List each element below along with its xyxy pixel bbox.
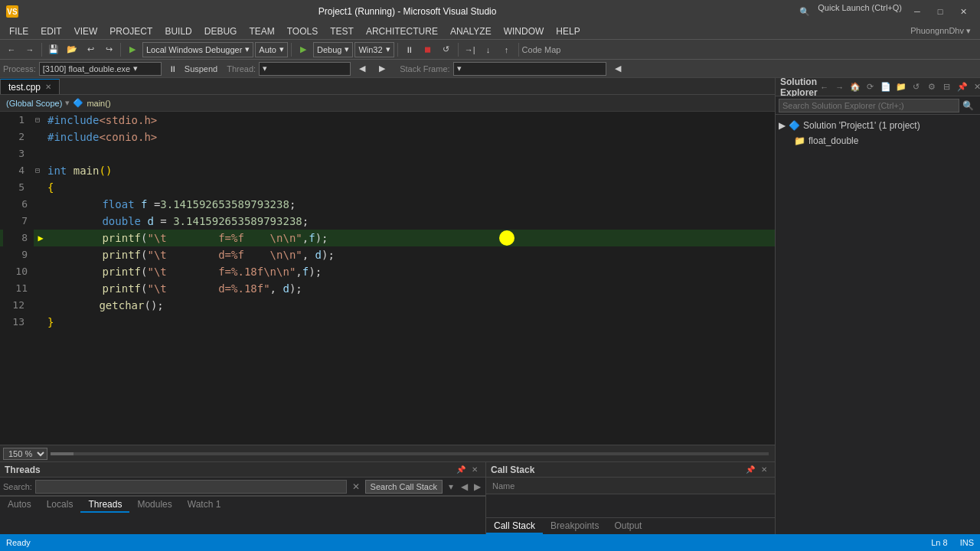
- se-project-node[interactable]: 📁 float_double: [776, 133, 980, 148]
- sep1: [41, 43, 42, 57]
- stop-btn[interactable]: ◼: [420, 41, 436, 58]
- search-label: Search:: [3, 482, 32, 491]
- minimize-button[interactable]: ─: [906, 3, 928, 20]
- process-dropdown[interactable]: [3100] float_double.exe▾: [39, 62, 162, 76]
- menu-project[interactable]: PROJECT: [103, 23, 158, 40]
- thread-btn1[interactable]: ◀: [354, 60, 371, 77]
- tab-watch1[interactable]: Watch 1: [180, 497, 229, 513]
- play-btn[interactable]: ▶: [295, 41, 312, 58]
- menu-view[interactable]: VIEW: [68, 23, 104, 40]
- menu-file[interactable]: FILE: [3, 23, 34, 40]
- tab-callstack[interactable]: Call Stack: [486, 519, 543, 534]
- se-search-input[interactable]: [779, 99, 959, 112]
- restart-btn[interactable]: ↺: [438, 41, 455, 58]
- stack-frame-dropdown[interactable]: ▾: [453, 62, 606, 76]
- menu-tools[interactable]: TOOLS: [281, 23, 324, 40]
- scroll-thumb: [51, 452, 74, 455]
- zoom-bar: 150 % 100 % 200 %: [0, 445, 775, 461]
- tab-locals[interactable]: Locals: [39, 497, 81, 513]
- platform-dropdown[interactable]: Win32▾: [354, 42, 394, 57]
- thread-btn2[interactable]: ▶: [374, 60, 390, 77]
- se-newfolder-btn[interactable]: 📁: [894, 80, 908, 94]
- breadcrumb-function[interactable]: main(): [87, 99, 110, 108]
- se-back-btn[interactable]: ←: [818, 80, 831, 94]
- debugger-dropdown[interactable]: Local Windows Debugger▾: [142, 42, 253, 57]
- panel-controls: 📌 ✕: [455, 464, 481, 476]
- forward-btn[interactable]: →: [21, 41, 38, 58]
- cs-controls: 📌 ✕: [744, 464, 770, 476]
- se-newfile-btn[interactable]: 📄: [879, 80, 893, 94]
- se-home-btn[interactable]: 🏠: [848, 80, 862, 94]
- clear-search-btn[interactable]: ✕: [350, 481, 362, 493]
- tab-output[interactable]: Output: [606, 519, 649, 534]
- se-collapse-btn[interactable]: ⊟: [940, 80, 954, 94]
- code-map-label[interactable]: Code Map: [522, 45, 561, 54]
- se-filter-btn[interactable]: ⚙: [925, 80, 939, 94]
- menu-analyze[interactable]: ANALYZE: [444, 23, 498, 40]
- step-over[interactable]: →|: [462, 41, 479, 58]
- search-call-stack-btn[interactable]: Search Call Stack: [365, 480, 443, 494]
- filter-btn3[interactable]: ▶: [472, 481, 482, 492]
- process-label: Process:: [3, 64, 36, 73]
- breadcrumb-scope[interactable]: (Global Scope): [6, 99, 62, 108]
- suspend-btn[interactable]: ⏸: [165, 60, 181, 77]
- menu-help[interactable]: HELP: [550, 23, 586, 40]
- menu-architecture[interactable]: ARCHITECTURE: [360, 23, 444, 40]
- menu-window[interactable]: WINDOW: [498, 23, 550, 40]
- step-into[interactable]: ↓: [480, 41, 497, 58]
- scroll-bar[interactable]: [51, 452, 769, 455]
- status-bar: Ready Ln 8 INS: [0, 534, 980, 551]
- threads-title: Threads: [5, 465, 41, 475]
- sep4: [397, 43, 398, 57]
- code-line-4: 4 ⊟ int main(): [0, 162, 775, 179]
- se-refresh-btn[interactable]: ↺: [910, 80, 923, 94]
- menu-edit[interactable]: EDIT: [34, 23, 67, 40]
- cs-close-btn[interactable]: ✕: [758, 464, 770, 476]
- maximize-button[interactable]: □: [929, 3, 951, 20]
- step-out[interactable]: ↑: [498, 41, 515, 58]
- tab-close-btn[interactable]: ✕: [45, 83, 51, 91]
- se-search-icon[interactable]: 🔍: [959, 100, 977, 111]
- menu-build[interactable]: BUILD: [158, 23, 198, 40]
- tab-autos[interactable]: Autos: [0, 497, 39, 513]
- search-input[interactable]: [35, 480, 347, 494]
- se-solution-node[interactable]: ▶ 🔷 Solution 'Project1' (1 project): [776, 118, 980, 133]
- se-sync-btn[interactable]: ⟳: [864, 80, 877, 94]
- back-btn[interactable]: ←: [3, 41, 20, 58]
- save-btn[interactable]: 💾: [45, 41, 62, 58]
- se-forward-btn[interactable]: →: [833, 80, 847, 94]
- stack-btn[interactable]: ◀: [609, 60, 626, 77]
- cs-pin-btn[interactable]: 📌: [744, 464, 756, 476]
- tab-breakpoints[interactable]: Breakpoints: [543, 519, 606, 534]
- menu-test[interactable]: TEST: [324, 23, 360, 40]
- filter-btn[interactable]: ▾: [446, 481, 456, 492]
- zoom-select[interactable]: 150 % 100 % 200 %: [3, 448, 47, 460]
- pause-btn[interactable]: ⏸: [401, 41, 418, 58]
- close-panel-btn[interactable]: ✕: [469, 464, 481, 476]
- open-btn[interactable]: 📂: [64, 41, 80, 58]
- menu-team[interactable]: TEAM: [243, 23, 280, 40]
- mode-dropdown[interactable]: Auto▾: [255, 42, 288, 57]
- start-btn[interactable]: ▶: [124, 41, 141, 58]
- cs-column-name: Name: [486, 478, 775, 494]
- config-dropdown[interactable]: Debug▾: [313, 42, 353, 57]
- undo-btn[interactable]: ↩: [82, 41, 99, 58]
- tab-modules[interactable]: Modules: [129, 497, 179, 513]
- redo-btn[interactable]: ↪: [100, 41, 117, 58]
- cs-header: Call Stack 📌 ✕: [486, 462, 775, 478]
- code-line-12: 12 getchar();: [0, 297, 775, 314]
- tab-bar: test.cpp ✕: [0, 78, 775, 95]
- tab-test-cpp[interactable]: test.cpp ✕: [0, 79, 60, 94]
- se-close-btn[interactable]: ✕: [971, 80, 980, 94]
- code-line-1: 1 ⊟ #include<stdio.h>: [0, 112, 775, 129]
- filter-btn2[interactable]: ◀: [459, 481, 469, 492]
- close-button[interactable]: ✕: [952, 3, 974, 20]
- tab-threads[interactable]: Threads: [80, 497, 129, 513]
- menu-debug[interactable]: DEBUG: [198, 23, 243, 40]
- pin-btn[interactable]: 📌: [455, 464, 467, 476]
- menu-bar: FILE EDIT VIEW PROJECT BUILD DEBUG TEAM …: [0, 23, 980, 40]
- thread-dropdown[interactable]: ▾: [259, 62, 351, 76]
- code-editor[interactable]: 1 ⊟ #include<stdio.h> 2 #include<conio.h…: [0, 112, 775, 445]
- search-icon[interactable]: 🔍: [796, 3, 813, 20]
- se-pin-btn[interactable]: 📌: [956, 80, 969, 94]
